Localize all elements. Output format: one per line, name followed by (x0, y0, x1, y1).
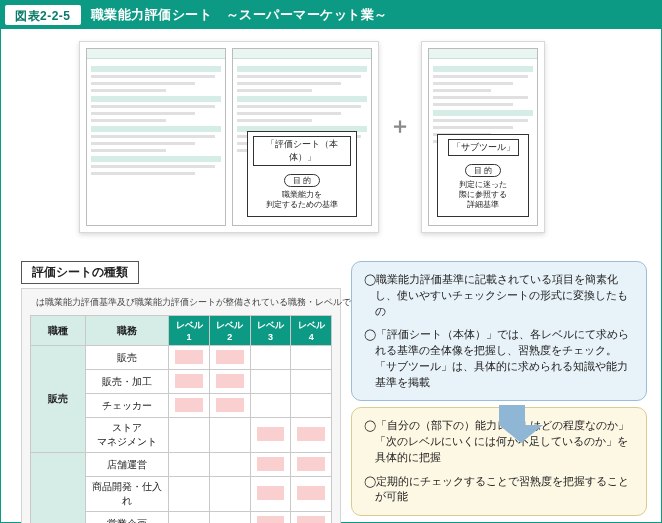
col-level-1: レベル1 (169, 316, 210, 346)
level-cell (209, 453, 250, 477)
types-heading: 評価シートの種類 (21, 261, 139, 284)
sub-sheet-group: 「サブツール」 目 的 判定に迷った 際に参照する 詳細基準 (421, 41, 545, 233)
col-level-2: レベル2 (209, 316, 250, 346)
level-cell (291, 418, 332, 453)
sheets-row: 「評価シート（本体）」 目 的 職業能力を 判定するための基準 ＋ (79, 41, 545, 233)
category-cell: 販売 (31, 346, 86, 453)
figure-titlebar: 図表2-2-5 職業能力評価シート ～スーパーマーケット業～ (1, 1, 661, 29)
main-sheet-group: 「評価シート（本体）」 目 的 職業能力を 判定するための基準 (79, 41, 379, 233)
types-table-body: 販売販売販売・加工チェッカーストア マネジメント店舗運営商品開発・仕入れ営業企画 (31, 346, 332, 524)
callout-blue: ◯職業能力評価基準に記載されている項目を簡素化し、使いやすいチェックシートの形式… (351, 261, 647, 401)
job-name-cell: ストア マネジメント (85, 418, 168, 453)
level-cell (291, 477, 332, 512)
level-cell (291, 512, 332, 524)
main-sheet-page-2: 「評価シート（本体）」 目 的 職業能力を 判定するための基準 (232, 48, 372, 226)
sub-sheet-purpose: 判定に迷った 際に参照する 詳細基準 (443, 180, 523, 210)
callout-item: ◯職業能力評価基準に記載されている項目を簡素化し、使いやすいチェックシートの形式… (364, 272, 634, 319)
level-cell (291, 346, 332, 370)
level-cell (209, 477, 250, 512)
level-cell (169, 370, 210, 394)
level-cell (169, 477, 210, 512)
col-level-4: レベル4 (291, 316, 332, 346)
level-cell (209, 346, 250, 370)
level-cell (250, 477, 291, 512)
job-name-cell: 商品開発・仕入れ (85, 477, 168, 512)
table-row: 販売販売 (31, 346, 332, 370)
mark-icon (175, 350, 203, 364)
level-cell (250, 418, 291, 453)
mark-icon (297, 427, 325, 441)
col-shokushu: 職種 (31, 316, 86, 346)
level-cell (250, 346, 291, 370)
job-name-cell: チェッカー (85, 394, 168, 418)
level-cell (250, 512, 291, 524)
plus-icon: ＋ (389, 111, 411, 141)
col-shokumu: 職務 (85, 316, 168, 346)
table-header-row: 職種 職務 レベル1 レベル2 レベル3 レベル4 (31, 316, 332, 346)
level-cell (291, 453, 332, 477)
level-cell (291, 370, 332, 394)
job-name-cell: 販売・加工 (85, 370, 168, 394)
mark-icon (257, 427, 285, 441)
level-cell (209, 370, 250, 394)
mark-icon (257, 516, 285, 524)
level-cell (209, 394, 250, 418)
job-name-cell: 店舗運営 (85, 453, 168, 477)
col-level-3: レベル3 (250, 316, 291, 346)
table-row: 店舗運営 (31, 453, 332, 477)
mark-icon (216, 350, 244, 364)
main-sheet-callout: 「評価シート（本体）」 目 的 職業能力を 判定するための基準 (247, 131, 357, 217)
job-name-cell: 販売 (85, 346, 168, 370)
category-cell (31, 453, 86, 524)
level-cell (169, 418, 210, 453)
sub-sheet-page: 「サブツール」 目 的 判定に迷った 際に参照する 詳細基準 (428, 48, 538, 226)
mark-icon (175, 374, 203, 388)
level-cell (291, 394, 332, 418)
sub-sheet-purpose-pill: 目 的 (465, 164, 501, 177)
types-panel: は職業能力評価基準及び職業能力評価シートが整備されている職務・レベルです 職種 … (21, 288, 341, 523)
main-sheet-purpose: 職業能力を 判定するための基準 (253, 190, 351, 210)
main-sheet-page-1 (86, 48, 226, 226)
types-table: 職種 職務 レベル1 レベル2 レベル3 レベル4 販売販売販売・加工チェッカー… (30, 315, 332, 523)
level-cell (169, 512, 210, 524)
mark-icon (297, 516, 325, 524)
figure-content: 「評価シート（本体）」 目 的 職業能力を 判定するための基準 ＋ (1, 29, 661, 522)
callout-blue-list: ◯職業能力評価基準に記載されている項目を簡素化し、使いやすいチェックシートの形式… (364, 272, 634, 390)
types-legend: は職業能力評価基準及び職業能力評価シートが整備されている職務・レベルです (30, 297, 332, 309)
level-cell (250, 394, 291, 418)
callouts-section: ◯職業能力評価基準に記載されている項目を簡素化し、使いやすいチェックシートの形式… (351, 261, 647, 516)
figure-number-tab: 図表2-2-5 (5, 5, 81, 25)
job-name-cell: 営業企画 (85, 512, 168, 524)
level-cell (209, 418, 250, 453)
sub-sheet-callout-label: 「サブツール」 (448, 139, 519, 156)
figure-title: 職業能力評価シート ～スーパーマーケット業～ (91, 6, 388, 24)
level-cell (169, 394, 210, 418)
mark-icon (257, 486, 285, 500)
level-cell (169, 453, 210, 477)
level-cell (250, 370, 291, 394)
main-sheet-callout-label: 「評価シート（本体）」 (253, 136, 351, 166)
level-cell (209, 512, 250, 524)
types-legend-text: は職業能力評価基準及び職業能力評価シートが整備されている職務・レベルです (36, 297, 360, 309)
mark-icon (216, 398, 244, 412)
figure-frame: 図表2-2-5 職業能力評価シート ～スーパーマーケット業～ (0, 0, 662, 523)
mark-icon (216, 374, 244, 388)
types-section: 評価シートの種類 は職業能力評価基準及び職業能力評価シートが整備されている職務・… (21, 261, 341, 523)
main-sheet-purpose-pill: 目 的 (284, 174, 320, 187)
level-cell (169, 346, 210, 370)
mark-icon (257, 457, 285, 471)
sub-sheet-callout: 「サブツール」 目 的 判定に迷った 際に参照する 詳細基準 (437, 134, 529, 217)
callout-item: ◯定期的にチェックすることで習熟度を把握することが可能 (364, 474, 634, 506)
callout-item: ◯「評価シート（本体）」では、各レベルにて求められる基準の全体像を把握し、習熟度… (364, 327, 634, 390)
level-cell (250, 453, 291, 477)
mark-icon (175, 398, 203, 412)
mark-icon (297, 457, 325, 471)
mark-icon (297, 486, 325, 500)
